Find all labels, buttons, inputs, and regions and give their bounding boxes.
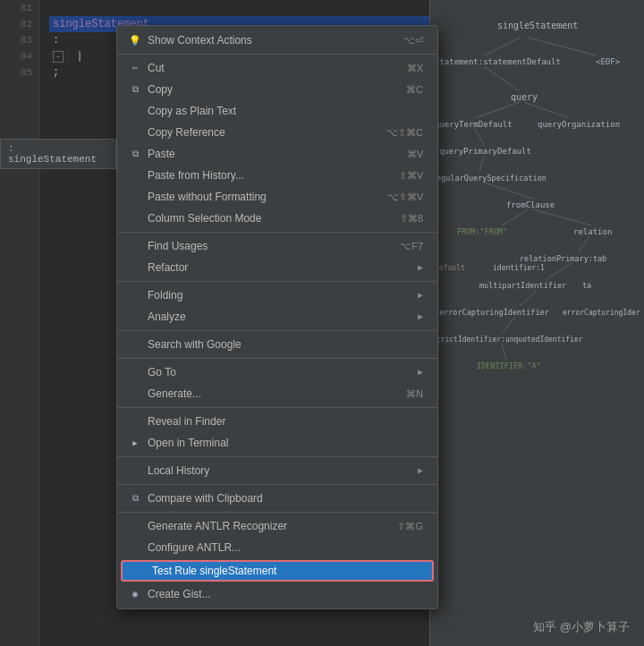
line-num-83: 83 xyxy=(0,32,39,48)
svg-text:identifier:1: identifier:1 xyxy=(493,264,545,272)
gist-icon: ◉ xyxy=(128,587,142,601)
svg-text:default: default xyxy=(435,264,465,272)
svg-text:statement:statementDefault: statement:statementDefault xyxy=(435,57,561,66)
compare-icon: ⧉ xyxy=(128,491,142,506)
menu-label-generate: Generate... xyxy=(148,387,201,400)
separator-3 xyxy=(117,281,437,282)
paste-history-icon xyxy=(128,168,142,183)
folding-icon xyxy=(128,288,142,302)
menu-item-paste[interactable]: ⧉ Paste ⌘V xyxy=(117,143,437,165)
menu-item-create-gist[interactable]: ◉ Create Gist... xyxy=(117,583,437,605)
paste-icon: ⧉ xyxy=(128,147,142,161)
menu-item-show-context-actions[interactable]: 💡 Show Context Actions ⌥⏎ xyxy=(117,30,437,51)
separator-7 xyxy=(117,456,437,457)
menu-item-generate[interactable]: Generate... ⌘N xyxy=(117,383,437,404)
menu-label-copy-plain: Copy as Plain Text xyxy=(148,105,236,117)
svg-line-4 xyxy=(524,102,569,118)
menu-label-test-rule: Test Rule singleStatement xyxy=(152,565,276,577)
menu-shortcut-cut: ⌘X xyxy=(407,63,423,74)
svg-text:relationPrimary:tab: relationPrimary:tab xyxy=(520,254,606,263)
line-num-84: 84 xyxy=(0,48,39,64)
menu-shortcut-generate: ⌘N xyxy=(406,388,423,400)
svg-line-11 xyxy=(547,263,572,279)
line-numbers: 81 82 83 84 85 xyxy=(0,0,40,646)
paste-noformat-icon xyxy=(128,190,142,204)
line-num-85: 85 xyxy=(0,64,39,81)
menu-item-copy-reference[interactable]: Copy Reference ⌥⇧⌘C xyxy=(117,122,437,143)
menu-item-compare-clipboard[interactable]: ⧉ Compare with Clipboard xyxy=(117,488,437,509)
menu-item-analyze[interactable]: Analyze ▶ xyxy=(117,306,437,327)
separator-2 xyxy=(117,232,437,233)
refactor-icon xyxy=(128,260,142,275)
menu-item-copy-plain[interactable]: Copy as Plain Text xyxy=(117,100,437,122)
svg-line-2 xyxy=(484,66,520,91)
svg-text:<EOF>: <EOF> xyxy=(596,57,621,66)
menu-item-cut[interactable]: ✂ Cut ⌘X xyxy=(117,57,437,79)
menu-label-paste-history: Paste from History... xyxy=(148,169,244,182)
svg-line-14 xyxy=(502,344,506,360)
menu-label-copy-reference: Copy Reference xyxy=(148,126,225,139)
menu-item-copy[interactable]: ⧉ Copy ⌘C xyxy=(117,79,437,100)
goto-icon xyxy=(128,365,142,379)
menu-item-test-rule[interactable]: Test Rule singleStatement xyxy=(121,560,434,582)
menu-item-configure-antlr[interactable]: Configure ANTLR... xyxy=(117,537,437,558)
svg-text:strictIdentifier:unquotedIdent: strictIdentifier:unquotedIdentifier xyxy=(432,336,583,344)
menu-item-paste-noformat[interactable]: Paste without Formatting ⌥⇧⌘V xyxy=(117,186,437,208)
column-select-icon xyxy=(128,211,142,225)
lightbulb-icon: 💡 xyxy=(128,33,142,47)
svg-text:relation: relation xyxy=(573,227,612,236)
ast-tree-svg: singleStatement statement:statementDefau… xyxy=(430,0,644,646)
menu-label-analyze: Analyze xyxy=(148,310,186,323)
svg-line-1 xyxy=(529,38,596,55)
svg-text:fromClause: fromClause xyxy=(506,200,555,209)
menu-shortcut-paste-history: ⇧⌘V xyxy=(399,170,423,182)
menu-label-find-usages: Find Usages xyxy=(148,240,208,252)
menu-label-search-google: Search with Google xyxy=(148,338,242,351)
svg-text:queryPrimaryDefault: queryPrimaryDefault xyxy=(439,147,531,156)
svg-text:regularQuerySpecification: regularQuerySpecification xyxy=(432,174,547,183)
svg-line-0 xyxy=(484,38,520,55)
local-history-arrow: ▶ xyxy=(418,465,423,476)
menu-item-column-select[interactable]: Column Selection Mode ⇧⌘8 xyxy=(117,208,437,229)
finder-icon xyxy=(128,414,142,429)
svg-text:queryTermDefault: queryTermDefault xyxy=(435,120,513,129)
context-menu: 💡 Show Context Actions ⌥⏎ ✂ Cut ⌘X ⧉ Cop… xyxy=(116,25,438,609)
menu-item-reveal-finder[interactable]: Reveal in Finder xyxy=(117,411,437,432)
svg-text:ta: ta xyxy=(582,281,591,290)
refactor-arrow: ▶ xyxy=(418,262,423,273)
menu-label-refactor: Refactor xyxy=(148,261,188,274)
svg-line-7 xyxy=(484,183,533,199)
menu-item-local-history[interactable]: Local History ▶ xyxy=(117,460,437,481)
folding-arrow: ▶ xyxy=(418,290,423,301)
generate-icon xyxy=(128,387,142,401)
svg-text:queryOrganization: queryOrganization xyxy=(538,120,620,129)
menu-item-search-google[interactable]: Search with Google xyxy=(117,334,437,355)
separator-8 xyxy=(117,484,437,485)
menu-shortcut-paste-noformat: ⌥⇧⌘V xyxy=(387,191,423,203)
watermark-label: 知乎 @小萝卜算子 xyxy=(533,619,630,635)
menu-label-copy: Copy xyxy=(148,83,173,96)
svg-line-5 xyxy=(475,129,484,145)
svg-text:multipartIdentifier: multipartIdentifier xyxy=(479,281,566,290)
menu-item-find-usages[interactable]: Find Usages ⌥F7 xyxy=(117,235,437,257)
menu-label-paste-noformat: Paste without Formatting xyxy=(148,191,267,203)
menu-item-open-terminal[interactable]: ▶ Open in Terminal xyxy=(117,432,437,454)
antlr-icon xyxy=(128,519,142,533)
menu-shortcut-paste: ⌘V xyxy=(407,149,423,160)
cut-icon: ✂ xyxy=(128,61,142,75)
svg-line-6 xyxy=(479,156,484,172)
menu-item-generate-antlr[interactable]: Generate ANTLR Recognizer ⇧⌘G xyxy=(117,515,437,537)
svg-text:errorCapturingIder: errorCapturingIder xyxy=(563,309,640,317)
copy-plain-icon xyxy=(128,104,142,118)
menu-label-show-context-actions: Show Context Actions xyxy=(148,34,252,47)
svg-text:singleStatement: singleStatement xyxy=(497,21,578,30)
configure-antlr-icon xyxy=(128,540,142,555)
menu-item-folding[interactable]: Folding ▶ xyxy=(117,285,437,306)
menu-item-paste-history[interactable]: Paste from History... ⇧⌘V xyxy=(117,165,437,186)
menu-item-goto[interactable]: Go To ▶ xyxy=(117,361,437,383)
menu-label-folding: Folding xyxy=(148,289,182,302)
menu-shortcut-show-context-actions: ⌥⏎ xyxy=(403,35,423,47)
menu-label-open-terminal: Open in Terminal xyxy=(148,437,229,449)
menu-item-refactor[interactable]: Refactor ▶ xyxy=(117,257,437,278)
test-rule-icon xyxy=(132,564,147,578)
